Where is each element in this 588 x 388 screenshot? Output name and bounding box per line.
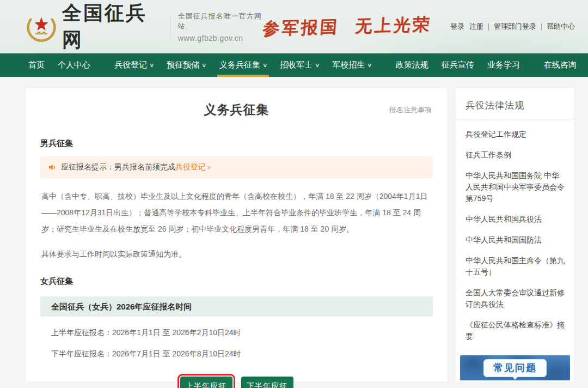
faq-banner[interactable]: 常见问题 bbox=[460, 355, 570, 380]
site-taglines: 全国征兵报名唯一官方网站 www.gfbzb.gov.cn bbox=[178, 11, 264, 43]
law-list-item[interactable]: 全国人大常委会审议通过新修订的兵役法 bbox=[465, 287, 565, 310]
account-link-label: 帮助中心 bbox=[547, 22, 575, 31]
law-list-item[interactable]: 征兵工作条例 bbox=[465, 149, 565, 161]
law-list-item[interactable]: 《应征公民体格检查标准》摘要 bbox=[465, 319, 565, 342]
law-list-item[interactable]: 中华人民共和国国务院 中华人民共和国中央军事委员会令 第759号 bbox=[465, 170, 565, 204]
nav-item[interactable]: 招收军士 ∨ bbox=[273, 53, 326, 77]
account-link[interactable]: 注册 bbox=[469, 22, 483, 32]
signup-notice-link[interactable]: 报名注意事项 bbox=[389, 105, 432, 115]
content-area: 义务兵征集 报名注意事项 男兵征集 应征报名提示：男兵报名前须完成兵役登记＞ 高… bbox=[0, 77, 588, 381]
page-title: 义务兵征集 bbox=[40, 101, 433, 118]
divider bbox=[488, 23, 489, 31]
first-half-apply-button[interactable]: 上半年应征 bbox=[180, 377, 232, 388]
nav-item-label: 政策法规 bbox=[396, 60, 428, 70]
male-eligibility-paragraph: 高中（含中专、职高、技校）毕业生及以上文化程度的青年（含高校在校生），年满 18… bbox=[41, 188, 432, 237]
page: 全国征兵网 全国征兵报名唯一官方网站 www.gfbzb.gov.cn 参军报国… bbox=[0, 0, 588, 388]
brand-divider bbox=[170, 15, 170, 38]
nav-item-label: 招收军士 bbox=[280, 60, 313, 70]
law-list: 兵役登记工作规定征兵工作条例中华人民共和国国务院 中华人民共和国中央军事委员会令… bbox=[456, 129, 574, 342]
law-list-item[interactable]: 中华人民共和国兵役法 bbox=[465, 214, 565, 225]
nav-item-label: 首页 bbox=[28, 60, 45, 70]
divider bbox=[541, 23, 542, 31]
account-link[interactable]: 帮助中心 bbox=[547, 22, 575, 32]
nav-item-label: 个人中心 bbox=[58, 60, 90, 70]
nav-item-label: 业务学习 bbox=[487, 60, 520, 70]
account-link[interactable]: 管理部门登录 bbox=[494, 22, 536, 32]
nav-item[interactable]: 征兵宣传 ∨ bbox=[435, 53, 481, 77]
nav-item-label: 预征预储 bbox=[167, 60, 199, 70]
site-name: 全国征兵网 bbox=[62, 0, 161, 53]
nav-item-label: 兵役登记 bbox=[114, 60, 147, 70]
nav-item[interactable]: 在线咨询 ∨ bbox=[537, 53, 583, 77]
red-star bbox=[35, 17, 48, 31]
article-header: 义务兵征集 报名注意事项 bbox=[40, 101, 433, 133]
military-service-registration-link[interactable]: 兵役登记 bbox=[175, 162, 206, 172]
site-brand[interactable]: 全国征兵网 全国征兵报名唯一官方网站 www.gfbzb.gov.cn bbox=[25, 0, 263, 53]
nav-item[interactable]: 义务兵征集 ∨ bbox=[213, 53, 273, 77]
nav-item[interactable]: 首页 ∨ bbox=[22, 53, 51, 77]
second-half-apply-button[interactable]: 下半年应征 bbox=[241, 377, 293, 388]
nav-item[interactable]: 监督举报 ∨ bbox=[583, 53, 588, 77]
nav-item-label: 征兵宣传 bbox=[442, 60, 474, 70]
main-nav-items: 首页 ∨ 个人中心 ∨ ∨ 兵役登记 ∨ 预征预储 ∨ 义务兵征集 ∨ bbox=[0, 53, 588, 77]
chevron-down-icon: ∨ bbox=[149, 62, 155, 68]
nav-item[interactable]: 预征预储 ∨ bbox=[160, 53, 212, 77]
account-link-label: 管理部门登录 bbox=[494, 22, 536, 31]
nav-item-label: 在线咨询 bbox=[544, 60, 577, 70]
account-link-label: 注册 bbox=[469, 22, 483, 31]
signup-tip-bar: 应征报名提示：男兵报名前须完成兵役登记＞ bbox=[40, 156, 433, 178]
nav-item-label: 军校招生 bbox=[332, 60, 365, 70]
chevron-down-icon: ∨ bbox=[201, 62, 207, 68]
law-list-item[interactable]: 中华人民共和国国防法 bbox=[465, 234, 565, 246]
nav-item-label: 义务兵征集 bbox=[219, 60, 260, 70]
main-nav: 首页 ∨ 个人中心 ∨ ∨ 兵役登记 ∨ 预征预储 ∨ 义务兵征集 ∨ bbox=[0, 53, 588, 77]
tip-text: 应征报名提示：男兵报名前须完成 bbox=[61, 162, 175, 172]
article-card: 义务兵征集 报名注意事项 男兵征集 应征报名提示：男兵报名前须完成兵役登记＞ 高… bbox=[26, 88, 447, 381]
speaker-icon bbox=[48, 163, 57, 172]
sidebar-title: 兵役法律法规 bbox=[456, 88, 574, 119]
law-list-item[interactable]: 中华人民共和国主席令（第九十五号） bbox=[465, 255, 565, 278]
tip-arrow-icon: ＞ bbox=[206, 163, 212, 172]
chevron-down-icon: ∨ bbox=[262, 62, 268, 68]
slogan-calligraphy: 参军报国 无上光荣 bbox=[262, 13, 433, 40]
nav-item[interactable]: 业务学习 ∨ bbox=[481, 53, 526, 77]
account-link[interactable]: 登录 bbox=[450, 22, 464, 32]
account-links: 登录 注册 管理部门登录 帮助中心 bbox=[450, 22, 575, 32]
second-half-schedule: 下半年应征报名：2026年7月1日 至 2026年8月10日24时 bbox=[40, 338, 433, 359]
apply-button-row: 上半年应征 下半年应征 bbox=[40, 377, 433, 388]
national-emblem-icon bbox=[25, 10, 58, 43]
nav-item[interactable]: 政策法规 ∨ bbox=[389, 53, 435, 77]
female-signup-time-banner: 全国征兵（女兵）2026年应征报名时间 bbox=[40, 296, 433, 317]
nav-item[interactable]: 军校招生 ∨ bbox=[326, 53, 378, 77]
account-link-label: 登录 bbox=[450, 22, 464, 31]
site-header: 全国征兵网 全国征兵报名唯一官方网站 www.gfbzb.gov.cn 参军报国… bbox=[0, 0, 588, 53]
nav-item[interactable]: 个人中心 ∨ bbox=[51, 53, 97, 77]
faq-bubble-label: 常见问题 bbox=[483, 359, 547, 377]
first-half-schedule: 上半年应征报名：2026年1月1日 至 2026年2月10日24时 bbox=[40, 317, 433, 338]
laws-sidebar: 兵役法律法规 兵役登记工作规定征兵工作条例中华人民共和国国务院 中华人民共和国中… bbox=[456, 88, 575, 381]
chevron-down-icon: ∨ bbox=[367, 62, 372, 68]
law-list-item[interactable]: 兵役登记工作规定 bbox=[465, 129, 565, 140]
site-url: www.gfbzb.gov.cn bbox=[178, 34, 264, 43]
male-section-heading: 男兵征集 bbox=[40, 138, 433, 149]
site-tagline: 全国征兵报名唯一官方网站 bbox=[178, 11, 264, 31]
nav-item[interactable]: 兵役登记 ∨ bbox=[108, 53, 160, 77]
sidebar-divider bbox=[456, 119, 574, 119]
chevron-down-icon: ∨ bbox=[315, 62, 320, 68]
female-section-heading: 女兵征集 bbox=[40, 276, 433, 287]
policy-note-paragraph: 具体要求与工作时间以实际政策通知为准。 bbox=[41, 246, 432, 262]
